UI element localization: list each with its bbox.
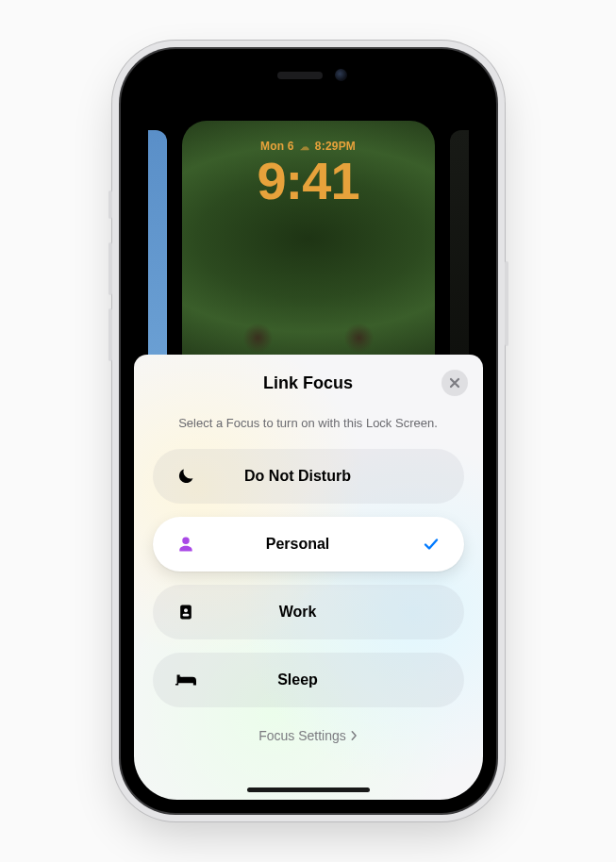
focus-item-do-not-disturb[interactable]: Do Not Disturb — [153, 449, 464, 504]
screen: Mon 6 ☁︎ 8:29PM 9:41 Link Focus Select a… — [134, 62, 483, 800]
focus-item-label: Personal — [175, 536, 421, 553]
focus-settings-label: Focus Settings — [258, 728, 346, 743]
focus-item-label: Do Not Disturb — [175, 468, 441, 485]
power-button — [505, 261, 508, 346]
focus-item-label: Work — [175, 604, 441, 621]
volume-down-button — [108, 308, 112, 361]
volume-up-button — [108, 242, 112, 295]
checkmark-icon — [421, 537, 441, 552]
silence-switch — [108, 191, 112, 219]
focus-list: Do Not Disturb Personal — [153, 449, 464, 707]
chevron-right-icon — [350, 731, 358, 740]
focus-item-work[interactable]: Work — [153, 585, 464, 639]
sheet-subtitle: Select a Focus to turn on with this Lock… — [153, 416, 464, 430]
close-button[interactable] — [441, 370, 468, 396]
close-icon — [449, 377, 460, 389]
focus-settings-link[interactable]: Focus Settings — [153, 728, 464, 743]
sheet-title: Link Focus — [153, 373, 464, 393]
notch — [238, 62, 379, 92]
weather-icon: ☁︎ — [300, 141, 309, 152]
iphone-frame: Mon 6 ☁︎ 8:29PM 9:41 Link Focus Select a… — [121, 49, 496, 813]
link-focus-sheet: Link Focus Select a Focus to turn on wit… — [134, 355, 483, 800]
focus-item-label: Sleep — [175, 671, 441, 688]
home-indicator[interactable] — [247, 787, 370, 792]
focus-item-sleep[interactable]: Sleep — [153, 653, 464, 707]
lockscreen-time: 9:41 — [257, 155, 358, 207]
focus-item-personal[interactable]: Personal — [153, 517, 464, 572]
